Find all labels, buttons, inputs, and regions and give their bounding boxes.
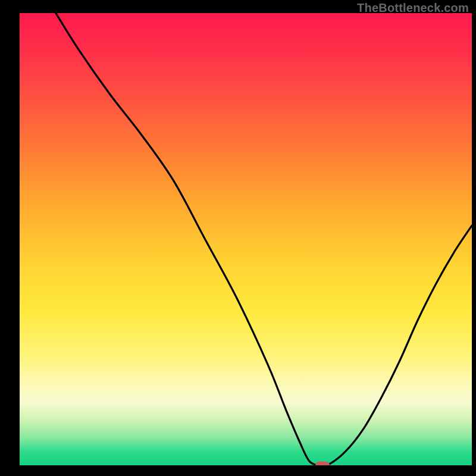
optimum-marker — [315, 462, 330, 466]
watermark-text: TheBottleneck.com — [357, 1, 469, 15]
chart-frame: TheBottleneck.com — [0, 0, 476, 476]
curve-path — [56, 13, 472, 465]
bottleneck-curve — [20, 13, 472, 465]
plot-area — [20, 13, 472, 465]
